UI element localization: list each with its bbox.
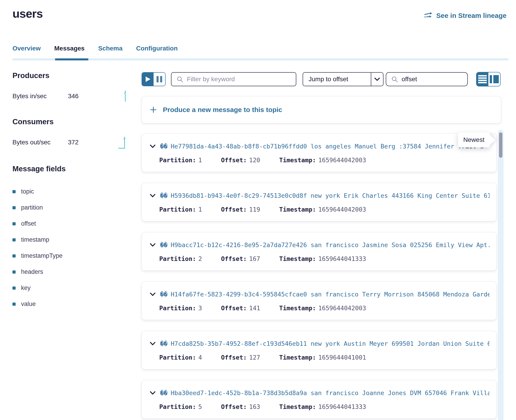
unprintable-bytes: �� (160, 291, 168, 298)
vertical-scrollbar-thumb[interactable] (499, 132, 502, 158)
produce-message-label: Produce a new message to this topic (163, 106, 282, 114)
field-bullet-icon (12, 303, 16, 306)
partition-label: Partition: (159, 305, 196, 312)
message-metadata: Partition:4 Offset:127 Timestamp:1659644… (159, 354, 490, 361)
partition-label: Partition: (159, 403, 196, 410)
field-item-topic[interactable]: topic (12, 184, 136, 200)
offset-value: 163 (249, 403, 260, 410)
timestamp-value: 1659644041333 (318, 403, 366, 410)
offset-value: 141 (249, 305, 260, 312)
pause-icon (156, 76, 162, 82)
split-view-icon (490, 75, 499, 83)
chevron-down-icon[interactable] (150, 391, 156, 395)
bytes-out-value: 372 (68, 139, 79, 146)
field-item-offset[interactable]: offset (12, 216, 136, 232)
sidebar: Producers Bytes in/sec 346 Consumers Byt… (12, 71, 136, 312)
field-bullet-icon (12, 270, 16, 274)
field-item-timestampType[interactable]: timestampType (12, 248, 136, 264)
offset-value: 167 (249, 255, 260, 262)
message-key[interactable]: ��Hba30eed7-1edc-452b-8b1a-738d3b5d8a9a … (160, 390, 490, 397)
tab-underline-track (12, 58, 508, 60)
timestamp-label: Timestamp: (279, 403, 316, 410)
filter-search-box[interactable] (171, 72, 296, 86)
unprintable-bytes: �� (160, 241, 168, 248)
search-icon (391, 76, 398, 82)
message-row[interactable]: ��H7cda825b-35b7-4952-88ef-c193d546eb11 … (142, 331, 497, 369)
field-item-timestamp[interactable]: timestamp (12, 232, 136, 248)
play-icon (145, 76, 151, 82)
bytes-in-label: Bytes in/sec (12, 93, 68, 100)
offset-value: 127 (249, 354, 260, 361)
message-row[interactable]: ��He77981da-4a43-48ab-b8f8-cb71b96ffdd0 … (142, 134, 497, 172)
jump-to-offset-select[interactable]: Jump to offset (303, 72, 384, 86)
partition-value: 1 (198, 157, 202, 164)
page-title: users (12, 7, 43, 20)
tab-schema[interactable]: Schema (98, 45, 122, 58)
message-row[interactable]: ��H14fa67fe-5823-4299-b3c4-595845cfcae0 … (142, 282, 497, 320)
field-label: topic (21, 188, 34, 195)
offset-input[interactable] (402, 75, 462, 83)
field-label: value (21, 300, 36, 308)
tab-overview[interactable]: Overview (12, 45, 41, 58)
partition-value: 5 (198, 403, 202, 410)
message-key[interactable]: ��H14fa67fe-5823-4299-b3c4-595845cfcae0 … (160, 291, 490, 298)
consumers-heading: Consumers (12, 117, 136, 126)
vertical-scrollbar-track[interactable] (498, 130, 504, 420)
partition-label: Partition: (159, 354, 196, 361)
stream-lineage-link[interactable]: See in Stream lineage (424, 12, 507, 19)
tab-configuration[interactable]: Configuration (136, 45, 178, 58)
tab-messages[interactable]: Messages (54, 45, 85, 58)
timestamp-label: Timestamp: (279, 157, 316, 164)
play-pause-toggle (142, 72, 166, 86)
chevron-down-icon[interactable] (150, 292, 156, 296)
field-item-value[interactable]: value (12, 296, 136, 312)
chevron-down-icon[interactable] (371, 73, 383, 86)
message-metadata: Partition:3 Offset:141 Timestamp:1659644… (159, 305, 490, 312)
search-icon (177, 76, 183, 82)
tab-active-indicator (55, 58, 88, 60)
message-row[interactable]: ��H5936db81-b943-4e0f-8c29-74513e0c0d8f … (142, 183, 497, 221)
field-label: offset (21, 220, 36, 227)
field-item-partition[interactable]: partition (12, 200, 136, 216)
timestamp-label: Timestamp: (279, 354, 316, 361)
field-bullet-icon (12, 206, 16, 209)
play-button[interactable] (142, 73, 154, 86)
unprintable-bytes: �� (160, 143, 168, 150)
offset-search-box[interactable] (386, 72, 468, 86)
pause-button[interactable] (154, 73, 165, 86)
field-label: partition (21, 204, 43, 211)
message-row[interactable]: ��Hba30eed7-1edc-452b-8b1a-738d3b5d8a9a … (142, 380, 497, 419)
chevron-down-icon[interactable] (150, 194, 156, 198)
message-metadata: Partition:5 Offset:163 Timestamp:1659644… (159, 403, 490, 410)
partition-value: 2 (198, 255, 202, 262)
bytes-in-value: 346 (68, 93, 79, 100)
list-view-button[interactable] (477, 72, 488, 86)
newest-tooltip: Newest (458, 132, 490, 147)
message-key[interactable]: ��He77981da-4a43-48ab-b8f8-cb71b96ffdd0 … (160, 143, 484, 150)
timestamp-value: 1659644042003 (318, 157, 366, 164)
list-view-icon (478, 74, 487, 84)
partition-value: 4 (198, 354, 202, 361)
message-key[interactable]: ��H9bacc71c-b12c-4216-8e95-2a7da727e426 … (160, 241, 490, 248)
produce-message-button[interactable]: Produce a new message to this topic (142, 96, 501, 123)
offset-label: Offset: (221, 305, 247, 312)
field-bullet-icon (12, 254, 16, 257)
message-key[interactable]: ��H5936db81-b943-4e0f-8c29-74513e0c0d8f … (160, 192, 490, 199)
message-row[interactable]: ��H9bacc71c-b12c-4216-8e95-2a7da727e426 … (142, 232, 497, 271)
field-item-headers[interactable]: headers (12, 264, 136, 280)
split-view-button[interactable] (488, 72, 500, 86)
filter-input[interactable] (187, 75, 291, 83)
chevron-down-icon[interactable] (150, 243, 156, 247)
message-metadata: Partition:1 Offset:120 Timestamp:1659644… (159, 157, 490, 164)
partition-value: 3 (198, 305, 202, 312)
timestamp-value: 1659644042003 (318, 206, 366, 213)
message-key[interactable]: ��H7cda825b-35b7-4952-88ef-c193d546eb11 … (160, 340, 490, 347)
field-bullet-icon (12, 222, 16, 225)
chevron-down-icon[interactable] (150, 342, 156, 345)
offset-label: Offset: (221, 255, 247, 262)
timestamp-value: 1659644041001 (318, 354, 366, 361)
field-item-key[interactable]: key (12, 280, 136, 296)
chevron-down-icon[interactable] (150, 144, 156, 148)
newest-tooltip-label: Newest (463, 136, 484, 143)
message-fields-list: topicpartitionoffsettimestamptimestampTy… (12, 184, 136, 312)
